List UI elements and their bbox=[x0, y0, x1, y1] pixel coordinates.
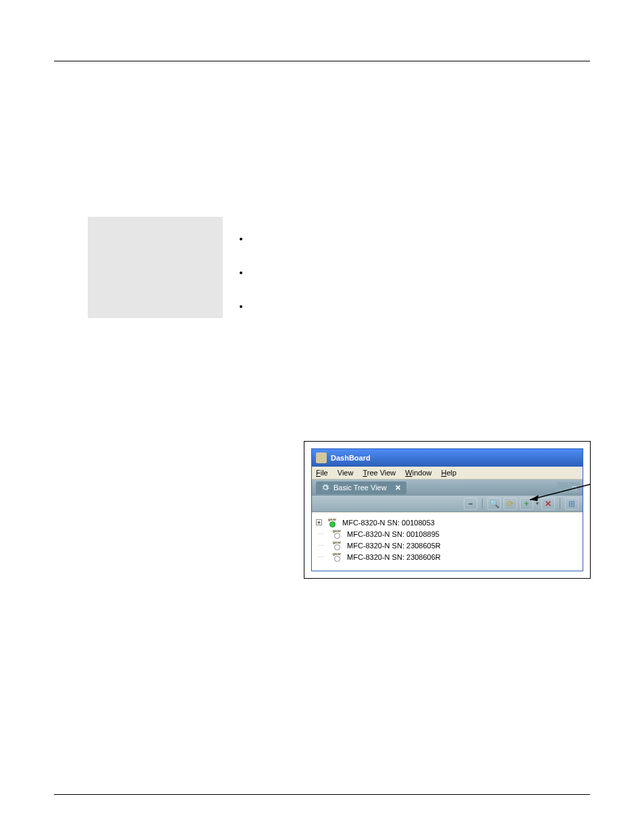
tree-connector-icon: ⋯ bbox=[315, 531, 327, 538]
menu-view[interactable]: View bbox=[338, 469, 354, 477]
screenshot-frame: DashBoard File View Tree View Window Hel… bbox=[304, 441, 591, 579]
gear-badge-icon: gear bbox=[329, 552, 344, 562]
tree-connector-icon: ⋯ bbox=[315, 542, 327, 549]
tab-basic-tree-view[interactable]: Basic Tree View ✕ bbox=[316, 481, 406, 494]
dropdown-caret-icon[interactable]: ▾ bbox=[536, 500, 539, 506]
gear-badge-icon: gear bbox=[329, 529, 344, 539]
tree-item-label: MFC-8320-N SN: 2308605R bbox=[347, 542, 441, 550]
menu-bar: File View Tree View Window Help bbox=[312, 467, 583, 479]
window-title: DashBoard bbox=[331, 454, 371, 462]
tab-minimize-icon[interactable]: _ bbox=[557, 482, 568, 493]
status-dot-white-icon bbox=[334, 556, 340, 562]
expand-icon[interactable]: + bbox=[316, 519, 322, 525]
tab-label: Basic Tree View bbox=[333, 484, 387, 492]
menu-help[interactable]: Help bbox=[441, 469, 456, 477]
gear-icon bbox=[321, 484, 329, 492]
refresh-button[interactable]: ⟳ bbox=[504, 498, 517, 510]
gear-badge-icon: gear bbox=[329, 540, 344, 550]
toolbar-separator bbox=[482, 498, 483, 509]
tree-item[interactable]: + gear MFC-8320-N SN: 00108053 bbox=[315, 517, 580, 528]
menu-file[interactable]: File bbox=[316, 469, 328, 477]
tree-item[interactable]: ⋯ gear MFC-8320-N SN: 2308606R bbox=[315, 551, 580, 563]
delete-button[interactable]: ✕ bbox=[541, 498, 555, 510]
tab-close-icon[interactable]: ✕ bbox=[395, 484, 401, 492]
layout-button[interactable]: ⊞ bbox=[565, 498, 579, 510]
toolbar-separator bbox=[560, 498, 560, 509]
gear-badge-icon: gear bbox=[325, 517, 340, 527]
tab-maximize-icon[interactable]: □ bbox=[569, 482, 580, 493]
tree-item-label: MFC-8320-N SN: 00108053 bbox=[342, 519, 435, 527]
add-button[interactable]: + bbox=[520, 498, 533, 510]
top-rule bbox=[54, 61, 590, 61]
tree-item[interactable]: ⋯ gear MFC-8320-N SN: 00108895 bbox=[315, 528, 580, 540]
tree-item[interactable]: ⋯ gear MFC-8320-N SN: 2308605R bbox=[315, 540, 580, 551]
dashboard-window: DashBoard File View Tree View Window Hel… bbox=[311, 448, 583, 571]
bottom-rule bbox=[54, 794, 590, 795]
app-icon bbox=[316, 452, 327, 463]
status-dot-green-icon bbox=[329, 521, 336, 527]
tree-item-label: MFC-8320-N SN: 2308606R bbox=[347, 553, 441, 561]
collapse-button[interactable]: − bbox=[464, 498, 477, 510]
search-button[interactable]: 🔍 bbox=[487, 498, 501, 510]
window-titlebar[interactable]: DashBoard bbox=[312, 449, 583, 467]
menu-treeview[interactable]: Tree View bbox=[363, 469, 396, 477]
tree-item-label: MFC-8320-N SN: 00108895 bbox=[347, 530, 439, 538]
tree-connector-icon: ⋯ bbox=[315, 554, 327, 561]
status-dot-white-icon bbox=[334, 544, 340, 550]
tab-bar: Basic Tree View ✕ _ □ bbox=[312, 479, 583, 496]
placeholder-image-box bbox=[88, 217, 223, 318]
menu-window[interactable]: Window bbox=[405, 469, 431, 477]
toolbar: − 🔍 ⟳ + ▾ ✕ ⊞ bbox=[312, 496, 583, 512]
status-dot-white-icon bbox=[334, 533, 340, 539]
tree-view: + gear MFC-8320-N SN: 00108053 ⋯ gear bbox=[312, 512, 583, 571]
